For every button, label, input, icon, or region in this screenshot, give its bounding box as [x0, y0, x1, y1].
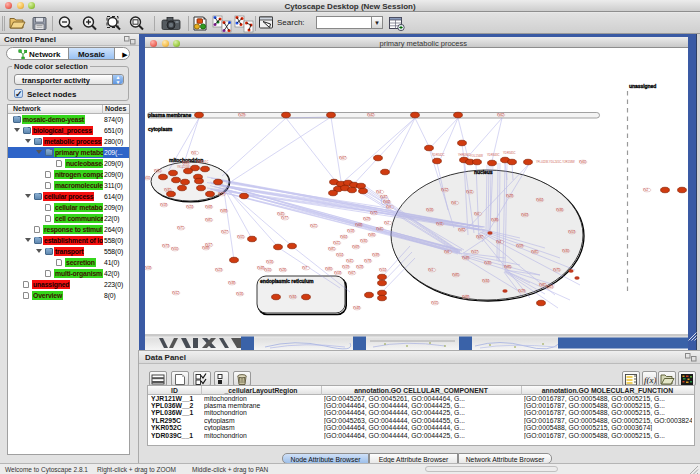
svg-text:Yx34: Yx34	[289, 295, 296, 299]
svg-text:Yx55: Yx55	[237, 235, 244, 239]
svg-text:YOL156W: YOL156W	[470, 154, 483, 158]
svg-text:YFL011W-YDL245C-YJR158W: YFL011W-YDL245C-YJR158W	[536, 160, 575, 164]
svg-text:Yx41: Yx41	[346, 259, 353, 263]
svg-text:Yx2: Yx2	[643, 188, 649, 192]
svg-text:cytoplasm: cytoplasm	[148, 126, 173, 132]
svg-text:YDR342C: YDR342C	[432, 153, 445, 157]
svg-text:endoplasmic reticulum: endoplasmic reticulum	[260, 278, 314, 284]
svg-text:YDR345C: YDR345C	[503, 151, 516, 155]
svg-text:Yx72: Yx72	[370, 211, 377, 215]
svg-text:Yx41: Yx41	[376, 227, 383, 231]
svg-text:Yx0: Yx0	[386, 205, 392, 209]
svg-text:Yx1: Yx1	[428, 268, 434, 272]
svg-text:Yx37: Yx37	[476, 235, 483, 239]
svg-text:Yx78: Yx78	[364, 259, 371, 263]
svg-text:Yx24: Yx24	[186, 205, 193, 209]
svg-text:Yx31: Yx31	[154, 169, 161, 173]
svg-text:Yx80: Yx80	[368, 233, 375, 237]
svg-text:Yx57: Yx57	[218, 192, 225, 196]
svg-text:Yx48: Yx48	[257, 266, 264, 270]
svg-text:Yx21: Yx21	[310, 224, 317, 228]
svg-text:Yx0: Yx0	[474, 212, 480, 216]
svg-text:Yx69: Yx69	[352, 245, 359, 249]
svg-text:Yx68: Yx68	[355, 223, 362, 227]
svg-text:Yx18: Yx18	[160, 203, 167, 207]
svg-text:Yx53: Yx53	[568, 230, 575, 234]
svg-text:Yx27: Yx27	[221, 230, 228, 234]
svg-text:Yx67: Yx67	[348, 271, 355, 275]
svg-text:Yx81: Yx81	[205, 218, 212, 222]
svg-text:Yx16: Yx16	[236, 292, 243, 296]
svg-text:Yx4: Yx4	[496, 240, 502, 244]
svg-text:Yx14: Yx14	[379, 268, 386, 272]
svg-text:Yx26: Yx26	[279, 268, 286, 272]
svg-text:Yx12: Yx12	[441, 188, 448, 192]
svg-text:Yx88: Yx88	[462, 295, 469, 299]
svg-text:Yx73: Yx73	[162, 244, 169, 248]
svg-text:Yx59: Yx59	[516, 244, 523, 248]
svg-text:Yx29: Yx29	[238, 113, 245, 117]
svg-text:Yx88: Yx88	[202, 246, 209, 250]
svg-text:Yx19: Yx19	[342, 265, 349, 269]
svg-text:YDR343C: YDR343C	[487, 153, 500, 157]
svg-text:Yx50: Yx50	[171, 247, 178, 251]
svg-text:Yx58: Yx58	[334, 271, 341, 275]
svg-text:Yx80: Yx80	[325, 267, 332, 271]
svg-text:Yx62: Yx62	[497, 113, 504, 117]
svg-text:Yx34: Yx34	[482, 279, 489, 283]
svg-text:plasma membrane: plasma membrane	[148, 112, 191, 118]
svg-text:Yx39: Yx39	[372, 253, 379, 257]
svg-text:Yx85: Yx85	[452, 273, 459, 277]
svg-text:Yx37: Yx37	[380, 195, 387, 199]
svg-text:Yx81: Yx81	[328, 247, 335, 251]
svg-text:Yx43: Yx43	[546, 285, 553, 289]
svg-text:Yx42: Yx42	[367, 113, 374, 117]
svg-text:Yx29: Yx29	[363, 217, 370, 221]
svg-text:Yx16: Yx16	[266, 260, 273, 264]
svg-text:YBR291C: YBR291C	[196, 160, 208, 164]
svg-text:Yx23: Yx23	[215, 268, 222, 272]
svg-text:Yx12: Yx12	[172, 291, 179, 295]
svg-text:Yx48: Yx48	[353, 306, 360, 310]
svg-text:Yx82: Yx82	[458, 228, 465, 232]
svg-text:Yx85: Yx85	[504, 265, 511, 269]
svg-text:unassigned: unassigned	[629, 83, 656, 89]
svg-text:Yx30: Yx30	[484, 261, 491, 265]
svg-text:Yx30: Yx30	[360, 239, 367, 243]
svg-text:Yx28: Yx28	[506, 194, 513, 198]
svg-text:YHR094C: YHR094C	[458, 153, 471, 157]
svg-text:Yx5: Yx5	[191, 151, 197, 155]
svg-text:Yx88: Yx88	[220, 209, 227, 213]
svg-text:Yx68: Yx68	[205, 205, 212, 209]
svg-text:Yx81: Yx81	[531, 250, 538, 254]
svg-text:Yx6: Yx6	[451, 201, 457, 205]
svg-text:Yx18: Yx18	[347, 229, 354, 233]
svg-text:Yx36: Yx36	[556, 208, 563, 212]
svg-text:YKL120W: YKL120W	[177, 165, 190, 169]
svg-text:Yx64: Yx64	[340, 235, 347, 239]
svg-text:Yx11: Yx11	[466, 190, 473, 194]
svg-text:Yx49: Yx49	[462, 256, 469, 260]
svg-text:Yx16: Yx16	[426, 208, 433, 212]
svg-text:Yx21: Yx21	[333, 241, 340, 245]
svg-text:Yx71: Yx71	[177, 226, 184, 230]
svg-text:Yx63: Yx63	[521, 213, 528, 217]
svg-text:Yx29: Yx29	[518, 289, 525, 293]
svg-text:f(x): f(x)	[644, 375, 656, 385]
svg-text:nucleus: nucleus	[474, 169, 493, 175]
svg-text:Yx7: Yx7	[302, 266, 308, 270]
svg-text:Yx67: Yx67	[339, 156, 346, 160]
svg-text:Yx30: Yx30	[562, 249, 569, 253]
svg-text:Yx11: Yx11	[436, 222, 443, 226]
svg-text:Yx38: Yx38	[228, 281, 235, 285]
svg-text:Yx63: Yx63	[383, 200, 390, 204]
svg-text:Yx6: Yx6	[444, 250, 450, 254]
svg-text:Yx54: Yx54	[336, 253, 343, 257]
svg-text:Yx2: Yx2	[384, 221, 390, 225]
svg-text:Yx36: Yx36	[491, 218, 498, 222]
svg-text:Yx77: Yx77	[281, 216, 288, 220]
svg-text:Yx58: Yx58	[145, 266, 151, 270]
svg-text:Yx50: Yx50	[145, 176, 150, 180]
svg-text:Yx75: Yx75	[553, 268, 560, 272]
svg-text:Yx55: Yx55	[431, 301, 438, 305]
